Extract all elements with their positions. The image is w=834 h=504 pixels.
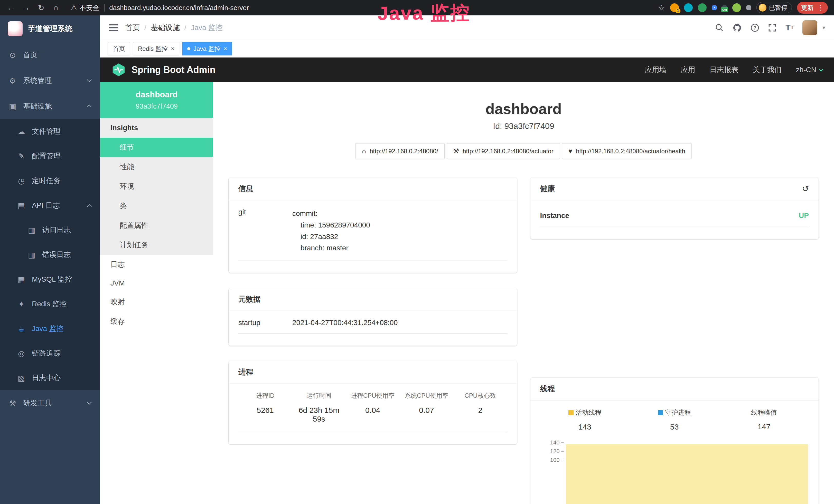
legend-label: 守护进程: [665, 408, 691, 417]
avatar-caret-icon[interactable]: ▾: [822, 24, 825, 31]
hamburger-icon[interactable]: [109, 24, 118, 31]
back-icon[interactable]: ←: [5, 3, 18, 12]
process-pid-col: 进程ID 5261: [238, 392, 292, 423]
sidebar-item-error-logs[interactable]: ▥ 错误日志: [0, 243, 100, 267]
menu-item-label: 文件管理: [32, 127, 61, 136]
sidebar-item-dev-tools[interactable]: ⚒ 研发工具: [0, 390, 100, 416]
breadcrumb-home[interactable]: 首页: [125, 23, 140, 32]
help-icon[interactable]: ?: [750, 23, 759, 32]
sidebar-item-redis-monitor[interactable]: ✦ Redis 监控: [0, 292, 100, 316]
sidebar-item-tracing[interactable]: ◎ 链路追踪: [0, 341, 100, 366]
tab-redis-monitor[interactable]: Redis 监控 ×: [133, 42, 179, 55]
sba-item-caches[interactable]: 缓存: [100, 312, 213, 331]
extension-icon-orange[interactable]: 1: [670, 3, 679, 12]
sidebar-item-file-mgmt[interactable]: ☁ 文件管理: [0, 119, 100, 144]
cards-right-column: 健康 ↺ Instance UP: [530, 177, 819, 504]
sidebar-item-infrastructure[interactable]: ▣ 基础设施: [0, 93, 100, 119]
sidebar-item-access-logs[interactable]: ▥ 访问日志: [0, 218, 100, 243]
sidebar-item-log-center[interactable]: ▧ 日志中心: [0, 366, 100, 390]
extension-icon-dark-on[interactable]: on: [722, 5, 727, 10]
update-label: 更新: [801, 4, 813, 12]
app-sidebar: 芋道管理系统 ⊙ 首页 ⚙ 系统管理 ▣ 基础设施 ☁: [0, 16, 100, 504]
sba-nav-journal[interactable]: 日志报表: [710, 65, 739, 75]
sba-item-classes[interactable]: 类: [100, 196, 213, 216]
sba-instance-block[interactable]: dashboard 93a3fc7f7409: [100, 82, 213, 118]
sba-item-environment[interactable]: 环境: [100, 177, 213, 196]
fullscreen-icon[interactable]: [768, 23, 777, 32]
bookmark-star-icon[interactable]: ☆: [658, 3, 665, 12]
browser-home-icon[interactable]: ⌂: [49, 3, 63, 12]
link-url: http://192.168.0.2:48080/: [370, 147, 438, 155]
instance-id-line: Id: 93a3fc7f7409: [228, 121, 818, 131]
font-size-icon[interactable]: TT: [786, 23, 794, 32]
sba-item-jvm[interactable]: JVM: [100, 274, 213, 292]
github-icon[interactable]: [732, 23, 742, 32]
sidebar-item-api-logs[interactable]: ▤ API 日志: [0, 193, 100, 218]
menu-item-label: 日志中心: [32, 373, 61, 383]
search-icon[interactable]: [715, 23, 724, 32]
sba-nav-applications[interactable]: 应用: [681, 65, 695, 75]
url-bar[interactable]: ⚠ 不安全 dashboard.yudao.iocoder.cn/infra/a…: [64, 3, 657, 12]
actuator-url-link[interactable]: ⚒ http://192.168.0.2:48080/actuator: [447, 143, 560, 159]
breadcrumb-separator: /: [144, 24, 147, 32]
extension-icon-grid[interactable]: [712, 5, 717, 10]
sba-locale-select[interactable]: zh-CN: [796, 66, 823, 74]
legend-label: 活动线程: [576, 408, 601, 417]
extension-icon-green[interactable]: [698, 3, 707, 12]
extension-icon-teal[interactable]: [684, 3, 693, 12]
health-instance-row[interactable]: Instance UP: [540, 208, 809, 227]
sidebar-item-config-mgmt[interactable]: ✎ 配置管理: [0, 144, 100, 168]
sba-item-details[interactable]: 细节: [100, 138, 213, 157]
menu-item-label: 错误日志: [42, 250, 71, 259]
sba-nav-about[interactable]: 关于我们: [753, 65, 782, 75]
sba-item-mappings[interactable]: 映射: [100, 292, 213, 312]
security-label[interactable]: 不安全: [79, 3, 100, 12]
process-table: 进程ID 5261 运行时间 6d 23h 15m 59s: [238, 392, 507, 432]
user-avatar[interactable]: [803, 20, 817, 35]
sidebar-item-system-mgmt[interactable]: ⚙ 系统管理: [0, 68, 100, 93]
service-url-link[interactable]: ⌂ http://192.168.0.2:48080/: [355, 143, 445, 159]
cards-left-column: 信息 git commit: time: 1596289704000: [228, 177, 517, 504]
health-url-link[interactable]: ♥ http://192.168.0.2:48080/actuator/heal…: [562, 143, 692, 159]
gear-icon: ⚙: [8, 76, 18, 85]
heart-icon: ♥: [568, 147, 572, 155]
tag-tabbar: 首页 Redis 监控 × Java 监控 ×: [100, 40, 834, 58]
sidebar-item-scheduled-jobs[interactable]: ◷ 定时任务: [0, 168, 100, 193]
url-text[interactable]: dashboard.yudao.iocoder.cn/infra/admin-s…: [109, 4, 249, 12]
sidebar-item-mysql-monitor[interactable]: ▦ MySQL 监控: [0, 267, 100, 292]
info-card-header: 信息: [228, 177, 517, 200]
breadcrumb-infrastructure[interactable]: 基础设施: [151, 23, 180, 32]
tab-active-dot: [187, 47, 190, 50]
sba-item-metrics[interactable]: 性能: [100, 157, 213, 177]
threads-card-body: 活动线程 143 守护进程: [530, 400, 819, 504]
forward-icon[interactable]: →: [20, 3, 33, 12]
cards-grid: 信息 git commit: time: 1596289704000: [228, 177, 818, 504]
extensions-puzzle-icon[interactable]: [746, 5, 751, 10]
extension-badge: 1: [676, 8, 680, 13]
sba-brand[interactable]: Spring Boot Admin: [111, 63, 216, 77]
java-icon: ☕: [17, 324, 26, 333]
process-uptime-col: 运行时间 6d 23h 15m 59s: [292, 392, 346, 423]
history-icon[interactable]: ↺: [802, 184, 809, 193]
omnibox-divider: [104, 4, 105, 12]
tab-home[interactable]: 首页: [108, 42, 130, 55]
reload-icon[interactable]: ↻: [35, 3, 48, 12]
eye-icon: ◎: [17, 349, 26, 358]
chrome-update-button[interactable]: 更新 ⋮: [797, 2, 828, 14]
sba-nav-wallboard[interactable]: 应用墙: [645, 65, 666, 75]
tab-java-monitor[interactable]: Java 监控 ×: [182, 42, 232, 55]
sidebar-item-java-monitor[interactable]: ☕ Java 监控: [0, 316, 100, 341]
tab-close-icon[interactable]: ×: [223, 46, 227, 52]
sidebar-item-home[interactable]: ⊙ 首页: [0, 42, 100, 68]
sba-item-logs[interactable]: 日志: [100, 255, 213, 274]
sba-item-config-props[interactable]: 配置属性: [100, 216, 213, 235]
card-title: 元数据: [238, 294, 261, 304]
sba-instance-id: 93a3fc7f7409: [105, 102, 208, 110]
profile-paused-pill[interactable]: 已暂停: [756, 2, 792, 13]
browser-menu-icon[interactable]: ⋮: [817, 4, 824, 12]
y-axis-tick: 100: [540, 457, 564, 463]
app-logo-block[interactable]: 芋道管理系统: [0, 16, 100, 42]
tab-close-icon[interactable]: ×: [171, 46, 174, 52]
extension-icon-leaf[interactable]: [732, 3, 741, 12]
sba-item-scheduled-tasks[interactable]: 计划任务: [100, 235, 213, 255]
